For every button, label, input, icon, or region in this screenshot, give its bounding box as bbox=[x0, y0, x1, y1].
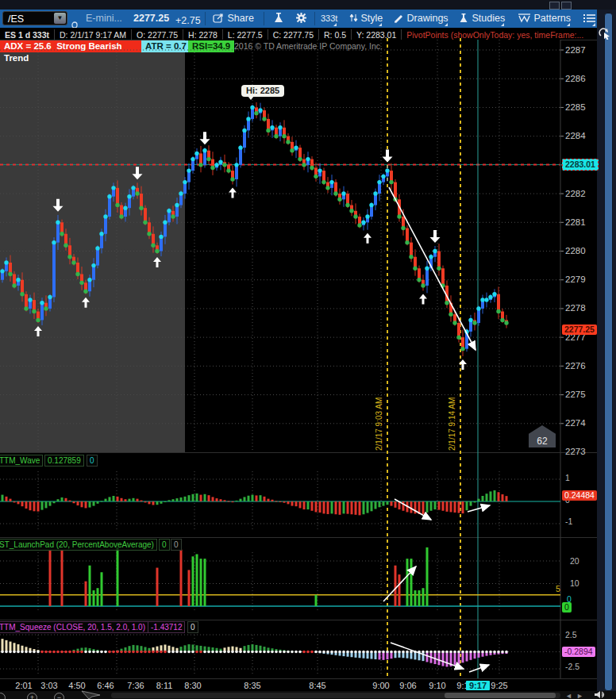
share-button[interactable]: Share bbox=[213, 10, 254, 28]
launchpad-study-value2: 0 bbox=[171, 539, 182, 551]
copyright-text: 2016 © TD Ameritrade IP Company, Inc. bbox=[234, 40, 383, 52]
studies-button[interactable]: Studies bbox=[459, 10, 505, 28]
time-axis-label: 3:03 bbox=[35, 681, 64, 690]
price-axis-label: 2280 bbox=[565, 246, 586, 255]
vertical-scrollbar[interactable] bbox=[604, 13, 613, 691]
time-axis-label: 8:11 bbox=[150, 681, 179, 690]
ohlc-cell: ES 1 d 333t bbox=[0, 29, 55, 40]
price-axis-label: 2281 bbox=[565, 217, 586, 227]
window-title-strip bbox=[0, 0, 616, 10]
extended-hours-shading bbox=[0, 40, 185, 452]
squeeze-study-label[interactable]: TTM_Squeeze (CLOSE, 20, 1.5, 2.0, 1.0) bbox=[0, 621, 148, 633]
price-axis-label: 2285 bbox=[565, 102, 586, 112]
time-axis-label: 8:30 bbox=[179, 681, 207, 690]
flask-icon bbox=[273, 12, 284, 24]
last-price-tag: 2277.25 bbox=[562, 325, 597, 335]
price-axis-label: 2274 bbox=[565, 418, 586, 428]
rsi-badge: RSI=34.9 bbox=[188, 40, 234, 52]
aggregation-button[interactable]: 333t bbox=[321, 10, 337, 28]
vline-label-903: 2/1/17 9:03 AM bbox=[375, 357, 383, 451]
thinkorswim-chart-window: /ES ▼ E-mini... 2277.25 +2.75 +0.12% Sha… bbox=[0, 0, 616, 699]
adx-badge: ADX = 25.6 Strong Bearish Trend bbox=[0, 40, 141, 52]
squeeze-study-value2: 0 bbox=[187, 621, 198, 633]
price-axis-label: 2275 bbox=[565, 390, 586, 399]
chart-toolbar: /ES ▼ E-mini... 2277.25 +2.75 +0.12% Sha… bbox=[0, 10, 616, 29]
time-axis-label: 4:50 bbox=[63, 681, 91, 690]
ohlc-cell: D: 2/1/17 9:17 AM bbox=[55, 29, 132, 40]
symbol-input[interactable]: /ES ▼ bbox=[2, 11, 67, 25]
cursor-tool-icon[interactable] bbox=[81, 690, 102, 699]
ohlc-cell: H: 2278 bbox=[183, 29, 223, 40]
gear-icon bbox=[295, 12, 307, 24]
settings-gear-button[interactable] bbox=[295, 10, 307, 28]
onDemand-flask-button[interactable] bbox=[273, 10, 284, 28]
pointer-refresh-icon[interactable] bbox=[597, 25, 614, 40]
style-icon bbox=[348, 13, 358, 23]
scroll-left-arrow[interactable]: ◄ bbox=[565, 692, 572, 699]
symbol-description: E-mini... bbox=[86, 10, 122, 28]
wave-value-tag: 0.24484 bbox=[562, 490, 597, 501]
time-axis-label: 9:06 bbox=[394, 681, 422, 690]
zoom-in-button[interactable]: + bbox=[27, 693, 37, 699]
symbol-dropdown-button[interactable]: ▼ bbox=[54, 13, 66, 24]
time-axis-label: 6:46 bbox=[91, 681, 120, 690]
squeeze-value-tag: -0.2894 bbox=[562, 647, 595, 657]
time-axis-label: 9:25 bbox=[485, 681, 514, 690]
panel-axis-label: 5 bbox=[556, 584, 560, 593]
ohlc-cell: L: 2277.5 bbox=[223, 29, 268, 40]
ohlc-cell: C: 2277.75 bbox=[268, 29, 319, 40]
high-callout: Hi: 2285 bbox=[241, 85, 284, 97]
last-price: 2277.25 bbox=[133, 10, 169, 28]
wave-panel-surface[interactable] bbox=[0, 453, 560, 537]
style-button[interactable]: Style bbox=[348, 10, 383, 28]
ohlc-data-row: ES 1 d 333tD: 2/1/17 9:17 AMO: 2277.75H:… bbox=[0, 28, 616, 40]
launchpad-study-label[interactable]: ST_LaunchPad (20, PercentAboveAverage) bbox=[0, 539, 157, 551]
patterns-button[interactable]: Patterns bbox=[518, 10, 571, 28]
share-icon bbox=[213, 13, 225, 23]
time-axis-label: 2:01 bbox=[10, 681, 38, 690]
panel-axis-label: -1 bbox=[565, 517, 572, 526]
window-restore-icon[interactable] bbox=[549, 2, 560, 10]
price-axis-label: 2284 bbox=[565, 131, 586, 140]
chart-menu-button[interactable] bbox=[583, 10, 596, 28]
price-axis-label: 2287 bbox=[565, 45, 586, 55]
time-axis-label: 8:45 bbox=[303, 681, 332, 690]
squeeze-study-value: -1.43712 bbox=[148, 621, 185, 633]
price-axis-label: 2276 bbox=[565, 361, 586, 371]
symbol-text: /ES bbox=[8, 13, 24, 25]
wave-study-value2: 0 bbox=[87, 455, 98, 467]
panel-axis-label: -2.5 bbox=[565, 662, 579, 671]
zoom-out-button[interactable]: − bbox=[54, 693, 64, 699]
ohlc-cell: O: 2277.75 bbox=[132, 29, 183, 40]
price-axis-label: 2279 bbox=[565, 275, 586, 284]
drawings-button[interactable]: Drawings bbox=[393, 10, 449, 28]
price-axis-label: 2278 bbox=[565, 303, 586, 313]
speaker-icon[interactable] bbox=[594, 690, 610, 699]
atr-badge: ATR = 0.7 bbox=[141, 40, 191, 52]
panel-axis-label: 1 bbox=[565, 473, 570, 482]
window-menu-icon[interactable] bbox=[561, 2, 572, 10]
wave-study-value: 0.127859 bbox=[44, 455, 84, 467]
hamburger-list-icon bbox=[583, 13, 596, 23]
price-axis-label: 2282 bbox=[565, 189, 586, 198]
time-axis-label: 9:10 bbox=[423, 681, 452, 690]
ohlc-cell: Y: 2283.01 bbox=[352, 29, 402, 40]
time-axis-label: 9:00 bbox=[367, 681, 395, 690]
scroll-right-arrow[interactable]: ► bbox=[576, 692, 583, 699]
ohlc-cell: R: 0.5 bbox=[319, 29, 352, 40]
pivot-price-tag: 2283.01 bbox=[562, 159, 599, 171]
pencil-icon bbox=[393, 13, 404, 23]
launchpad-study-value: 0 bbox=[159, 539, 170, 551]
vline-label-914: 2/1/17 9:14 AM bbox=[448, 357, 456, 451]
price-axis-label: 2273 bbox=[565, 447, 586, 456]
panel-axis-label: 10 bbox=[570, 578, 579, 588]
panel-axis-label: 20 bbox=[570, 556, 579, 566]
launchpad-value-tag: 0 bbox=[562, 602, 572, 613]
pivot-study-note[interactable]: PivotPoints (showOnlyToday: yes, timeFra… bbox=[402, 29, 588, 40]
panel-axis-label: 2.5 bbox=[565, 630, 577, 639]
time-axis-label: 7:36 bbox=[121, 681, 150, 690]
horizontal-scrollbar-thumb[interactable] bbox=[445, 693, 556, 698]
patterns-icon bbox=[518, 13, 531, 23]
wave-study-label[interactable]: TTM_Wave bbox=[0, 455, 43, 467]
horizontal-scrollbar-track[interactable] bbox=[111, 693, 560, 698]
